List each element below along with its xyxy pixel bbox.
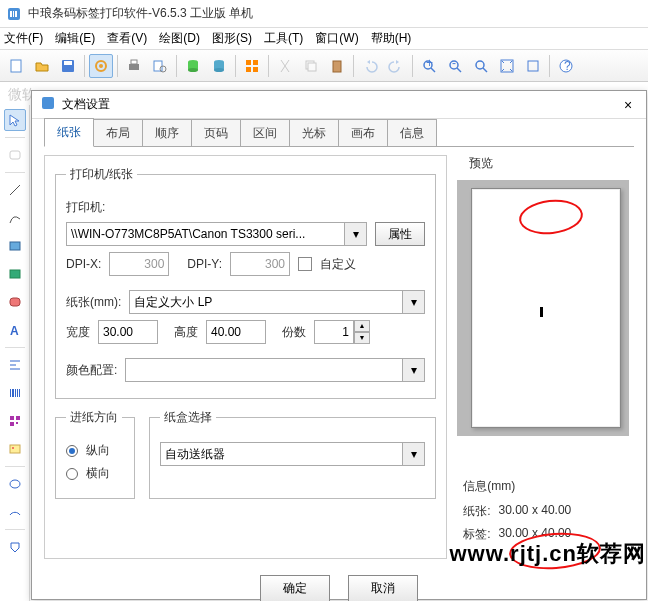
- cancel-button[interactable]: 取消: [348, 575, 418, 601]
- svg-rect-25: [333, 61, 341, 72]
- tray-combo[interactable]: ▾: [160, 442, 425, 466]
- print-icon[interactable]: [122, 54, 146, 78]
- custom-checkbox[interactable]: [298, 257, 312, 271]
- cut-icon[interactable]: [273, 54, 297, 78]
- printer-combo[interactable]: ▾: [66, 222, 367, 246]
- help-icon[interactable]: ?: [554, 54, 578, 78]
- svg-point-57: [12, 447, 14, 449]
- ellipse-tool-icon[interactable]: [4, 473, 26, 495]
- align-left-icon[interactable]: [4, 354, 26, 376]
- fullscreen-icon[interactable]: [521, 54, 545, 78]
- width-input[interactable]: [98, 320, 158, 344]
- svg-point-32: [476, 61, 484, 69]
- chevron-down-icon[interactable]: ▾: [403, 442, 425, 466]
- menu-shape[interactable]: 图形(S): [212, 30, 252, 47]
- svg-rect-10: [131, 60, 137, 64]
- svg-rect-48: [12, 389, 14, 397]
- menu-edit[interactable]: 编辑(E): [55, 30, 95, 47]
- color-combo[interactable]: ▾: [125, 358, 425, 382]
- preview-canvas: [471, 188, 621, 428]
- paste-icon[interactable]: [325, 54, 349, 78]
- arc-tool-icon[interactable]: [4, 501, 26, 523]
- text-tool-icon[interactable]: A: [4, 319, 26, 341]
- dpix-label: DPI-X:: [66, 257, 101, 271]
- copy-icon[interactable]: [299, 54, 323, 78]
- zoom-in-icon[interactable]: +: [417, 54, 441, 78]
- tray-value[interactable]: [160, 442, 403, 466]
- svg-rect-38: [10, 151, 20, 159]
- properties-button[interactable]: 属性: [375, 222, 425, 246]
- dpix-input[interactable]: [109, 252, 169, 276]
- svg-point-15: [188, 68, 198, 72]
- chevron-down-icon[interactable]: ▾: [403, 358, 425, 382]
- dialog-titlebar: 文档设置 ×: [32, 91, 646, 119]
- svg-rect-49: [15, 389, 16, 397]
- printer-group-label: 打印机/纸张: [66, 166, 137, 183]
- zoom-out-icon[interactable]: -: [443, 54, 467, 78]
- settings-icon[interactable]: [89, 54, 113, 78]
- paper-value[interactable]: [129, 290, 403, 314]
- grid-icon[interactable]: [240, 54, 264, 78]
- database-green-icon[interactable]: [181, 54, 205, 78]
- print-preview-icon[interactable]: [148, 54, 172, 78]
- left-sidebar: A: [0, 105, 30, 601]
- zoom-reset-icon[interactable]: [469, 54, 493, 78]
- rounded-fill-tool-icon[interactable]: [4, 291, 26, 313]
- tab-paper[interactable]: 纸张: [44, 118, 94, 147]
- line-tool-icon[interactable]: [4, 179, 26, 201]
- menu-tool[interactable]: 工具(T): [264, 30, 303, 47]
- menu-view[interactable]: 查看(V): [107, 30, 147, 47]
- copies-input[interactable]: [314, 320, 354, 344]
- redo-icon[interactable]: [384, 54, 408, 78]
- bezier-tool-icon[interactable]: [4, 207, 26, 229]
- save-icon[interactable]: [56, 54, 80, 78]
- qrcode-tool-icon[interactable]: [4, 410, 26, 432]
- chevron-down-icon[interactable]: ▾: [403, 290, 425, 314]
- menu-help[interactable]: 帮助(H): [371, 30, 412, 47]
- undo-icon[interactable]: [358, 54, 382, 78]
- polygon-tool-icon[interactable]: [4, 536, 26, 558]
- svg-rect-24: [308, 63, 316, 71]
- tab-layout[interactable]: 布局: [93, 119, 143, 147]
- main-toolbar: + - ?: [0, 50, 648, 82]
- close-button[interactable]: ×: [618, 97, 638, 113]
- rect-tool-icon[interactable]: [4, 235, 26, 257]
- rounded-rect-tool-icon[interactable]: [4, 144, 26, 166]
- info-paper-value: 30.00 x 40.00: [499, 503, 572, 520]
- color-value[interactable]: [125, 358, 403, 382]
- dpiy-input[interactable]: [230, 252, 290, 276]
- svg-text:?: ?: [564, 59, 571, 73]
- height-input[interactable]: [206, 320, 266, 344]
- svg-rect-53: [16, 416, 20, 420]
- barcode-tool-icon[interactable]: [4, 382, 26, 404]
- landscape-radio[interactable]: [66, 468, 78, 480]
- menu-file[interactable]: 文件(F): [4, 30, 43, 47]
- tab-range[interactable]: 区间: [240, 119, 290, 147]
- chevron-down-icon[interactable]: ▾: [345, 222, 367, 246]
- portrait-radio[interactable]: [66, 445, 78, 457]
- fill-rect-tool-icon[interactable]: [4, 263, 26, 285]
- open-icon[interactable]: [30, 54, 54, 78]
- tab-order[interactable]: 顺序: [142, 119, 192, 147]
- tab-info[interactable]: 信息: [387, 119, 437, 147]
- menu-draw[interactable]: 绘图(D): [159, 30, 200, 47]
- ok-button[interactable]: 确定: [260, 575, 330, 601]
- image-tool-icon[interactable]: [4, 438, 26, 460]
- pointer-tool-icon[interactable]: [4, 109, 26, 131]
- printer-value[interactable]: [66, 222, 345, 246]
- fit-screen-icon[interactable]: [495, 54, 519, 78]
- paper-combo[interactable]: ▾: [129, 290, 425, 314]
- portrait-label: 纵向: [86, 442, 110, 459]
- copies-spinner[interactable]: ▲▼: [314, 320, 370, 344]
- spin-down-icon[interactable]: ▼: [354, 332, 370, 344]
- spin-up-icon[interactable]: ▲: [354, 320, 370, 332]
- tab-cursor[interactable]: 光标: [289, 119, 339, 147]
- dpiy-label: DPI-Y:: [187, 257, 222, 271]
- tray-group: 纸盒选择 ▾: [149, 409, 436, 499]
- menu-window[interactable]: 窗口(W): [315, 30, 358, 47]
- new-doc-icon[interactable]: [4, 54, 28, 78]
- database-blue-icon[interactable]: [207, 54, 231, 78]
- tab-pagenum[interactable]: 页码: [191, 119, 241, 147]
- tab-canvas[interactable]: 画布: [338, 119, 388, 147]
- svg-rect-52: [10, 416, 14, 420]
